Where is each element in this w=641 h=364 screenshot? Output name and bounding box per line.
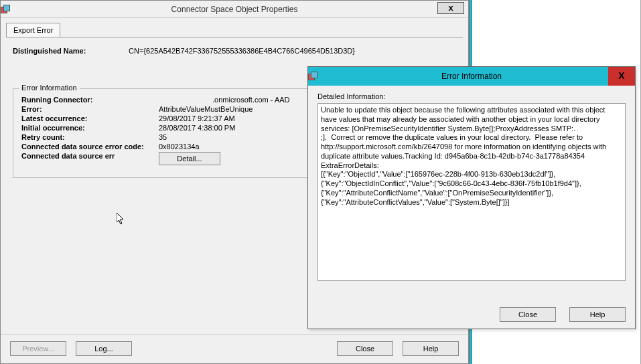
error-bottom-bar: Close Help bbox=[500, 307, 626, 322]
errmsg-label: Connected data source err bbox=[21, 152, 159, 165]
fieldset-legend: Error Information bbox=[19, 84, 80, 92]
main-close-button[interactable]: x bbox=[437, 2, 464, 14]
running-connector-label: Running Connector: bbox=[21, 96, 159, 104]
distinguished-name-row: Distinguished Name: CN={625A542B742F3367… bbox=[13, 47, 456, 55]
error-titlebar: Error Information X bbox=[308, 67, 635, 86]
main-window-title: Connector Space Object Properties bbox=[171, 5, 298, 14]
log-button[interactable]: Log... bbox=[76, 341, 132, 356]
error-help-button[interactable]: Help bbox=[569, 307, 626, 322]
detailed-info-textarea[interactable] bbox=[317, 103, 626, 281]
preview-button[interactable]: Preview... bbox=[10, 341, 66, 356]
main-close-btn[interactable]: Close bbox=[337, 341, 393, 356]
retry-value: 35 bbox=[159, 133, 167, 141]
error-label: Error: bbox=[21, 105, 159, 113]
error-app-icon bbox=[308, 72, 317, 81]
dn-label: Distinguished Name: bbox=[13, 47, 127, 55]
error-window-title: Error Information bbox=[441, 72, 502, 81]
detail-button[interactable]: Detail... bbox=[159, 152, 220, 165]
detailed-info-label: Detailed Information: bbox=[317, 92, 626, 100]
cursor-icon bbox=[117, 213, 126, 227]
error-close-button[interactable]: Close bbox=[500, 307, 556, 322]
retry-label: Retry count: bbox=[21, 133, 159, 141]
app-forms-icon bbox=[1, 5, 10, 14]
error-information-dialog: Error Information X Detailed Information… bbox=[307, 66, 636, 329]
initial-value: 28/08/2017 4:38:00 PM bbox=[159, 124, 235, 132]
main-bottom-bar: Preview... Log... Close Help bbox=[1, 334, 468, 363]
latest-label: Latest occurrence: bbox=[21, 114, 159, 122]
error-body: Detailed Information: bbox=[308, 86, 635, 289]
error-close-x-button[interactable]: X bbox=[608, 67, 635, 86]
dn-value: CN={625A542B742F336752555336386E4B4C766C… bbox=[129, 47, 355, 55]
errcode-value: 0x8023134a bbox=[159, 143, 200, 151]
error-value: AttributeValueMustBeUnique bbox=[159, 105, 253, 113]
initial-label: Initial occurrence: bbox=[21, 124, 159, 132]
main-help-btn[interactable]: Help bbox=[403, 341, 459, 356]
main-titlebar: Connector Space Object Properties x bbox=[1, 1, 468, 18]
tab-export-error[interactable]: Export Error bbox=[6, 23, 60, 37]
running-connector-value: .onmicrosoft.com - AAD bbox=[212, 96, 290, 104]
errcode-label: Connected data source error code: bbox=[21, 143, 159, 151]
latest-value: 29/08/2017 9:21:37 AM bbox=[159, 114, 235, 122]
tab-row: Export Error bbox=[1, 18, 468, 37]
